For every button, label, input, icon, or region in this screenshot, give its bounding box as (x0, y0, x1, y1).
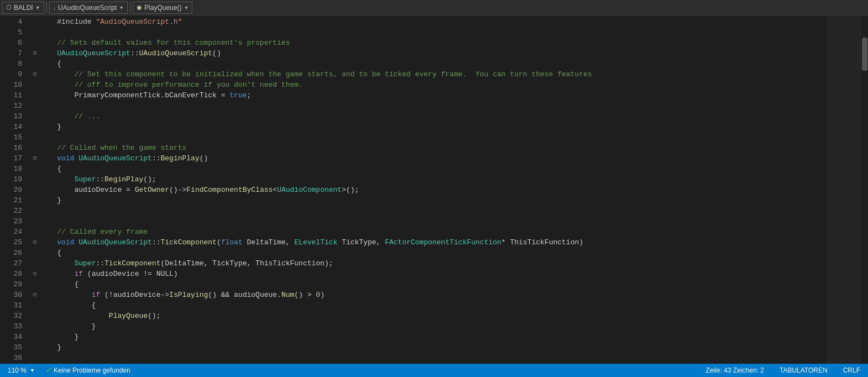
project-selector[interactable]: ⬡ BALDI ▼ (2, 2, 44, 14)
problems-indicator[interactable]: ✔ Keine Probleme gefunden (43, 364, 134, 377)
code-token: // Called when the game starts (40, 143, 186, 153)
indent-type-selector[interactable]: TABULATOREN (776, 364, 831, 377)
code-token: void (57, 153, 74, 164)
code-token: (! (100, 290, 113, 300)
code-token: TickComponent (160, 237, 216, 248)
code-token: // Called every frame (40, 227, 148, 237)
line-number: 17 (0, 153, 22, 164)
code-token: PlayQueue (109, 311, 148, 321)
code-token: PrimaryComponentTick (74, 90, 160, 101)
code-line: Super::BeginPlay(); (31, 174, 827, 185)
line-col-indicator[interactable]: Zeile: 43 Zeichen: 2 (703, 364, 767, 377)
minimap[interactable] (827, 15, 860, 364)
code-line: // Called when the game starts (31, 143, 827, 153)
code-token: ) (320, 290, 325, 300)
code-area[interactable]: #include "AudioQueueScript.h" // Sets de… (27, 15, 827, 364)
code-token: :: (96, 174, 104, 185)
code-line: ⊟ // Set this component to be initialize… (31, 69, 827, 80)
statusbar-left: 110 % ▼ ✔ Keine Probleme gefunden (4, 364, 134, 377)
code-line: { (31, 59, 827, 69)
code-line: // Sets default values for this componen… (31, 38, 827, 48)
code-token: "AudioQueueScript.h" (96, 17, 182, 27)
line-number: 29 (0, 279, 22, 290)
code-token: BeginPlay (160, 153, 199, 164)
code-token: :: (130, 48, 139, 59)
code-token: () && audioQueue. (208, 290, 281, 300)
zoom-level: 110 % (8, 366, 27, 374)
code-token: { (40, 300, 96, 311)
fold-close-indicator[interactable]: ⊟ (31, 239, 39, 247)
code-token (40, 174, 74, 185)
code-line: audioDevice = GetOwner()->FindComponentB… (31, 185, 827, 195)
code-line (31, 27, 827, 38)
toolbar-separator-1 (46, 2, 47, 13)
code-token: :: (96, 258, 104, 269)
line-number: 12 (0, 101, 22, 111)
code-token: ()-> (169, 185, 186, 195)
code-token: TickComponent (104, 258, 160, 269)
code-token: audioDevice (113, 290, 161, 300)
line-ending-selector[interactable]: CRLF (840, 364, 864, 377)
code-line: // off to improve performance if you don… (31, 80, 827, 90)
line-number: 8 (0, 59, 22, 69)
code-token (40, 258, 74, 269)
code-line: ⊟ UAudioQueueScript::UAudioQueueScript() (31, 48, 827, 59)
line-number: 34 (0, 332, 22, 342)
code-token: * ThisTickFunction) (501, 237, 583, 248)
line-number: 23 (0, 216, 22, 227)
line-number: 9 (0, 69, 22, 80)
code-token (74, 153, 79, 164)
zoom-selector[interactable]: 110 % ▼ (4, 364, 38, 377)
fold-close-indicator[interactable]: ⊟ (31, 155, 39, 163)
class-selector[interactable]: ↓ UAudioQueueScript ▼ (49, 2, 128, 14)
code-token: () > (294, 290, 316, 300)
project-dropdown-arrow: ▼ (35, 5, 40, 11)
code-line: } (31, 342, 827, 353)
code-token: void (57, 237, 74, 248)
line-number: 26 (0, 248, 22, 258)
line-number: 10 (0, 80, 22, 90)
code-token: FindComponentByClass (186, 185, 273, 195)
code-line: Super::TickComponent(DeltaTime, TickType… (31, 258, 827, 269)
line-number: 13 (0, 111, 22, 122)
code-line (31, 132, 827, 143)
function-selector[interactable]: ◉ PlayQueue() ▼ (133, 2, 192, 14)
code-token (74, 363, 79, 364)
code-token: >(); (342, 185, 359, 195)
code-token: if (74, 269, 83, 279)
code-token: BeginPlay (104, 174, 143, 185)
code-token: QueueAudio (160, 363, 203, 364)
code-token: // Set this component to be initialized … (40, 69, 592, 80)
code-token: // off to improve performance if you don… (40, 80, 303, 90)
fold-close-indicator[interactable]: ⊟ (31, 50, 39, 57)
code-token (74, 237, 79, 248)
code-token: Super (74, 174, 96, 185)
function-icon: ◉ (137, 4, 142, 11)
code-line: { (31, 248, 827, 258)
code-token: -> (160, 290, 169, 300)
fold-close-indicator[interactable]: ⊟ (31, 270, 39, 278)
code-token: (); (143, 174, 156, 185)
scrollbar-track[interactable] (860, 15, 868, 364)
code-token: .bCanEverTick = (160, 90, 229, 101)
fold-close-indicator[interactable]: ⊟ (31, 291, 39, 299)
code-line (31, 101, 827, 111)
code-line: ⊟ if (!audioDevice->IsPlaying() && audio… (31, 290, 827, 300)
line-ending-text: CRLF (843, 366, 860, 374)
statusbar-right: Zeile: 43 Zeichen: 2 TABULATOREN CRLF (703, 364, 864, 377)
code-token (40, 363, 57, 364)
scrollbar-thumb[interactable] (862, 38, 867, 71)
line-number: 36 (0, 353, 22, 363)
code-line: } (31, 321, 827, 332)
fold-close-indicator[interactable]: ⊟ (31, 71, 39, 78)
code-token (40, 311, 109, 321)
line-number: 15 (0, 132, 22, 143)
line-number: 25 (0, 237, 22, 248)
line-number: 35 (0, 342, 22, 353)
code-token: } (40, 195, 61, 206)
code-token: FActorComponentTickFunction (385, 237, 501, 248)
code-token: USoundWave (208, 363, 251, 364)
toolbar: ⬡ BALDI ▼ ↓ UAudioQueueScript ▼ ◉ PlayQu… (0, 0, 868, 15)
code-token: { (40, 59, 61, 69)
code-token (40, 48, 57, 59)
